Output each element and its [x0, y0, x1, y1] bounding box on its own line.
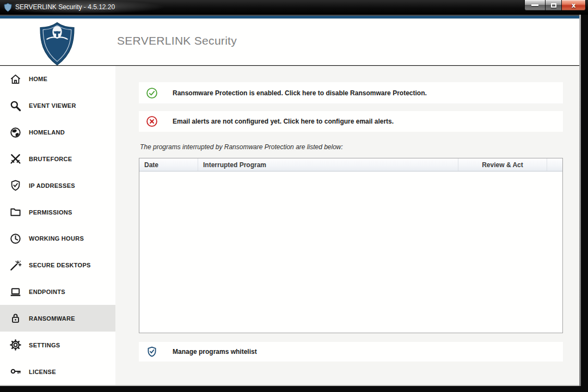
- sidebar-item-label: IP ADDRESSES: [29, 182, 75, 189]
- sidebar-item-ip-addresses[interactable]: IP ADDRESSES: [0, 172, 115, 199]
- close-icon: x: [572, 2, 576, 9]
- maximize-icon: [551, 3, 556, 8]
- page-title: SERVERLINK Security: [117, 34, 237, 47]
- laptop-icon: [9, 286, 22, 298]
- sidebar-item-label: HOME: [29, 76, 47, 82]
- error-circle-icon: [146, 115, 158, 127]
- maximize-button[interactable]: [546, 0, 561, 11]
- sidebar-item-endpoints[interactable]: ENDPOINTS: [0, 279, 115, 305]
- sidebar-item-label: SECURE DESKTOPS: [29, 262, 91, 268]
- application-window: SERVERLINK Security - 4.5.12.20 x: [0, 0, 588, 392]
- manage-whitelist-label: Manage programs whitelist: [173, 348, 257, 356]
- sidebar-item-license[interactable]: LICENSE: [0, 358, 115, 385]
- clock-icon: [9, 232, 22, 245]
- sidebar-item-bruteforce[interactable]: BRUTEFORCE: [0, 145, 115, 172]
- search-icon: [9, 100, 22, 112]
- column-header-filler: [547, 158, 562, 171]
- ransomware-protection-status-banner[interactable]: Ransomware Protection is enabled. Click …: [139, 82, 563, 103]
- column-header-interrupted-program[interactable]: Interrupted Program: [198, 158, 458, 171]
- sidebar-item-home[interactable]: HOME: [0, 66, 115, 93]
- minimize-button[interactable]: [524, 0, 546, 11]
- sidebar-item-event-viewer[interactable]: EVENT VIEWER: [0, 93, 115, 119]
- column-header-review-act[interactable]: Review & Act: [458, 158, 547, 171]
- sidebar-item-label: ENDPOINTS: [29, 289, 65, 295]
- accent-line: [0, 15, 579, 19]
- column-header-date[interactable]: Date: [139, 158, 198, 171]
- knight-shield-logo: [38, 21, 77, 68]
- status-text: Ransomware Protection is enabled. Click …: [173, 89, 427, 97]
- window-controls: x: [524, 0, 586, 11]
- sidebar-item-working-hours[interactable]: WORKING HOURS: [0, 225, 115, 252]
- sidebar-item-permissions[interactable]: PERMISSIONS: [0, 199, 115, 225]
- sidebar: HOME EVENT VIEWER HOMELAND BRUTEFORCE IP…: [0, 66, 115, 385]
- sidebar-item-label: EVENT VIEWER: [29, 102, 76, 109]
- app-window-icon: [4, 3, 12, 12]
- padlock-icon: [9, 312, 22, 324]
- table-header-row: Date Interrupted Program Review & Act: [139, 158, 562, 171]
- close-button[interactable]: x: [561, 0, 586, 11]
- desktop-right-strip: [581, 15, 588, 392]
- sidebar-item-label: WORKING HOURS: [29, 235, 84, 242]
- sidebar-item-settings[interactable]: SETTINGS: [0, 332, 115, 358]
- table-body-empty: [139, 171, 562, 333]
- sidebar-item-label: BRUTEFORCE: [29, 156, 72, 162]
- interrupted-programs-note: The programs interrupted by Ransomware P…: [140, 143, 343, 151]
- check-circle-icon: [146, 87, 158, 99]
- email-alerts-status-banner[interactable]: Email alerts are not configured yet. Cli…: [139, 111, 563, 132]
- folder-icon: [9, 206, 22, 218]
- sidebar-item-label: SETTINGS: [29, 342, 60, 348]
- interrupted-programs-table: Date Interrupted Program Review & Act: [139, 158, 563, 333]
- app-header: SERVERLINK Security: [0, 19, 579, 65]
- sidebar-item-ransomware[interactable]: RANSOMWARE: [0, 305, 115, 332]
- home-icon: [9, 73, 22, 85]
- magic-wand-icon: [9, 259, 22, 272]
- desktop-bottom-strip: [0, 386, 588, 392]
- globe-icon: [9, 126, 22, 139]
- gear-icon: [9, 339, 22, 351]
- sidebar-item-secure-desktops[interactable]: SECURE DESKTOPS: [0, 252, 115, 279]
- minimize-icon: [531, 4, 538, 6]
- titlebar: SERVERLINK Security - 4.5.12.20 x: [0, 0, 588, 15]
- key-icon: [9, 365, 22, 378]
- sidebar-item-homeland[interactable]: HOMELAND: [0, 119, 115, 146]
- crossed-swords-icon: [9, 152, 22, 165]
- manage-whitelist-button[interactable]: Manage programs whitelist: [139, 342, 563, 362]
- sidebar-item-label: HOMELAND: [29, 129, 65, 136]
- shield-check-icon: [9, 179, 22, 192]
- sidebar-item-label: RANSOMWARE: [29, 315, 75, 322]
- status-text: Email alerts are not configured yet. Cli…: [173, 118, 394, 125]
- ransomware-page: Ransomware Protection is enabled. Click …: [115, 66, 579, 385]
- sidebar-item-label: LICENSE: [29, 369, 56, 375]
- window-title: SERVERLINK Security - 4.5.12.20: [15, 0, 115, 14]
- shield-check-navy-icon: [146, 346, 158, 358]
- sidebar-item-label: PERMISSIONS: [29, 209, 72, 216]
